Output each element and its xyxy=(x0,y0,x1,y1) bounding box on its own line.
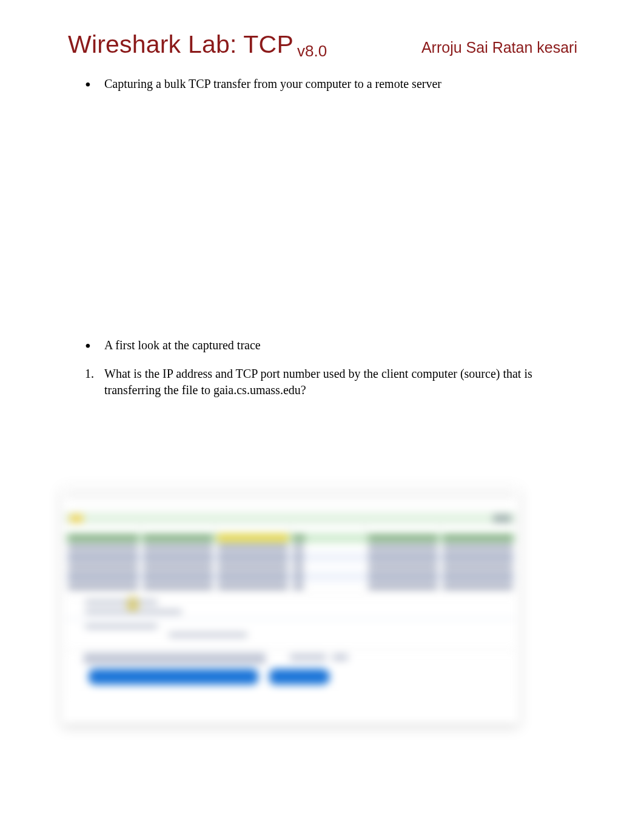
title-block: Wireshark Lab: TCP v8.0 xyxy=(68,30,327,59)
packet-row xyxy=(65,582,515,591)
packet-list-header xyxy=(65,523,515,533)
packet-row-selected xyxy=(65,533,515,543)
doc-title: Wireshark Lab: TCP xyxy=(68,30,293,59)
document-header: Wireshark Lab: TCP v8.0 Arroju Sai Ratan… xyxy=(68,30,577,59)
packet-bytes-pane xyxy=(65,649,515,698)
filter-right-icon xyxy=(493,515,511,522)
bullet-text: Capturing a bulk TCP transfer from your … xyxy=(104,77,441,90)
highlighted-bytes xyxy=(269,669,330,685)
packet-row xyxy=(65,572,515,582)
packet-row xyxy=(65,552,515,562)
highlighted-bytes xyxy=(89,669,258,685)
packet-list xyxy=(65,533,515,591)
question-number: 1. xyxy=(85,366,94,382)
packet-row xyxy=(65,543,515,552)
doc-version: v8.0 xyxy=(297,42,327,61)
filter-chip-icon xyxy=(70,515,83,522)
figure-placeholder-gap xyxy=(68,97,577,337)
packet-row xyxy=(65,562,515,572)
bullet-first-look: A first look at the captured trace xyxy=(85,337,577,354)
question-text: What is the IP address and TCP port numb… xyxy=(104,367,532,397)
spacing xyxy=(68,398,577,489)
bullet-capturing: Capturing a bulk TCP transfer from your … xyxy=(85,76,577,92)
packet-details-pane xyxy=(65,594,515,648)
bullet-text: A first look at the captured trace xyxy=(104,338,261,352)
question-1: 1. What is the IP address and TCP port n… xyxy=(85,366,577,398)
doc-author: Arroju Sai Ratan kesari xyxy=(421,39,577,56)
wireshark-filter-bar xyxy=(65,512,515,523)
wireshark-screenshot xyxy=(65,489,515,720)
